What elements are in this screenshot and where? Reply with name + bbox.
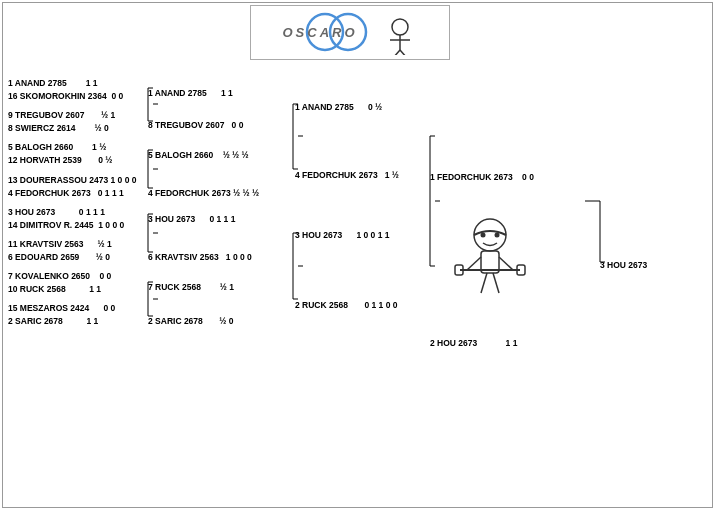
page-border: [2, 2, 713, 508]
